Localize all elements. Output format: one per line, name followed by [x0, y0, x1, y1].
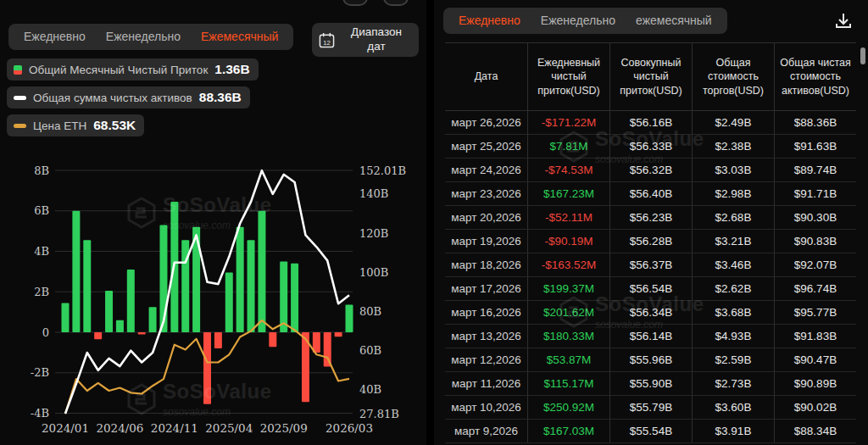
monthly-inflow-bar: [105, 291, 113, 332]
right-axis-tick: 27.81B: [359, 408, 399, 420]
monthly-inflow-bar: [72, 211, 80, 332]
value-cell: $92.07B: [774, 253, 856, 276]
monthly-inflow-bar: [335, 332, 342, 337]
value-cell: $96.74B: [774, 277, 856, 300]
date-cell: март 23,2026: [445, 182, 527, 205]
right-axis-tick: 140B: [359, 187, 388, 200]
value-cell: $7.81M: [527, 135, 609, 158]
table-period-tabs: Ежедневно Еженедельно ежемесячный: [443, 8, 727, 34]
tab-monthly[interactable]: ежемесячный: [626, 8, 722, 34]
table-scrollbar-thumb[interactable]: [860, 47, 865, 64]
value-cell: $91.71B: [774, 182, 856, 205]
tab-daily[interactable]: Ежедневно: [448, 8, 531, 34]
col-header-daily-net-inflow: Ежедневный чистый приток(USD): [527, 43, 609, 110]
value-cell: -$74.53M: [527, 159, 609, 181]
chart-panel: Ежедневно Еженедельно Ежемесячный 12 Диа…: [0, 0, 426, 445]
date-cell: март 17,2026: [445, 277, 527, 300]
table-row: март 12,2026$53.87M$55.96B$2.59B$90.47B: [445, 348, 856, 372]
x-axis-tick: 2025/09: [260, 421, 308, 435]
x-axis-tick: 2024/01: [42, 421, 89, 435]
value-cell: $2.59B: [692, 348, 774, 371]
date-cell: март 12,2026: [445, 348, 527, 371]
value-cell: $56.28B: [609, 230, 692, 253]
value-cell: $90.83B: [774, 230, 856, 253]
col-header-total-net-assets: Общая чистая стоимость активов(USD): [774, 43, 856, 110]
monthly-inflow-bar: [269, 332, 276, 347]
monthly-inflow-bar: [291, 264, 298, 332]
x-axis-tick: 2024/11: [151, 421, 198, 435]
left-axis-tick: 4B: [34, 245, 49, 258]
date-cell: март 11,2026: [445, 372, 527, 395]
table-row: март 17,2026$199.37M$56.54B$2.62B$96.74B: [445, 277, 856, 301]
monthly-inflow-bar: [83, 240, 91, 332]
value-cell: $56.23B: [609, 206, 692, 229]
value-cell: $89.74B: [774, 159, 856, 181]
monthly-inflow-bar: [258, 211, 265, 332]
col-header-date: Дата: [445, 43, 527, 110]
monthly-inflow-bar: [149, 307, 157, 332]
col-header-cumulative-net-inflow: Совокупный чистый приток(USD): [609, 43, 692, 110]
left-axis-tick: 8B: [34, 164, 49, 177]
value-cell: $199.37M: [527, 277, 609, 300]
value-cell: $115.17M: [527, 372, 609, 395]
value-cell: $2.98B: [692, 182, 774, 205]
value-cell: $56.37B: [609, 253, 692, 276]
value-cell: $3.60B: [692, 396, 774, 419]
monthly-inflow-bar: [62, 303, 70, 332]
table-row: март 19,2026-$90.19M$56.28B$3.21B$90.83B: [445, 230, 856, 253]
value-cell: $88.34B: [774, 420, 856, 442]
value-cell: $180.33M: [527, 325, 609, 348]
table-row: март 10,2026$250.92M$55.79B$3.60B$90.02B: [445, 396, 856, 420]
date-cell: март 24,2026: [445, 159, 527, 181]
left-axis-tick: 2B: [34, 286, 49, 298]
value-cell: $90.89B: [774, 372, 856, 395]
monthly-inflow-bar: [248, 240, 255, 332]
value-cell: $3.03B: [692, 159, 774, 181]
date-cell: март 20,2026: [445, 206, 527, 229]
value-cell: $2.73B: [692, 372, 774, 395]
monthly-inflow-bar: [280, 261, 287, 332]
left-axis-tick: 0: [42, 326, 49, 339]
value-cell: $4.93B: [692, 325, 774, 348]
value-cell: $90.02B: [774, 396, 856, 419]
value-cell: $53.87M: [527, 348, 609, 371]
value-cell: $3.91B: [692, 420, 774, 442]
value-cell: $95.77B: [774, 301, 856, 324]
monthly-inflow-bar: [203, 332, 211, 404]
table-row: март 24,2026-$74.53M$56.32B$3.03B$89.74B: [445, 159, 856, 182]
value-cell: $91.63B: [774, 135, 856, 158]
date-cell: март 16,2026: [445, 301, 527, 324]
monthly-inflow-bar: [127, 270, 135, 332]
date-cell: март 26,2026: [445, 111, 527, 134]
col-header-total-value-traded: Общая стоимость торгов(USD): [692, 43, 774, 110]
value-cell: $55.79B: [609, 396, 692, 419]
table-body: март 26,2026-$171.22M$56.16B$2.49B$88.36…: [445, 111, 856, 443]
table-row: март 11,2026$115.17M$55.90B$2.73B$90.89B: [445, 372, 856, 396]
right-axis-tick: 152.01B: [359, 164, 406, 177]
right-axis-tick: 60B: [359, 344, 381, 357]
x-axis-tick: 2026/03: [326, 421, 373, 435]
date-cell: март 25,2026: [445, 135, 527, 158]
value-cell: $56.16B: [609, 111, 692, 134]
table-row: март 25,2026$7.81M$56.33B$2.38B$91.63B: [445, 135, 856, 159]
date-cell: март 18,2026: [445, 253, 527, 276]
table-panel: Ежедневно Еженедельно ежемесячный Дата Е…: [434, 0, 868, 445]
value-cell: $2.38B: [692, 135, 774, 158]
monthly-inflow-bar: [346, 305, 353, 332]
table-row: март 18,2026-$163.52M$56.37B$3.46B$92.07…: [445, 253, 856, 277]
download-icon[interactable]: [834, 12, 853, 31]
date-cell: март 19,2026: [445, 230, 527, 253]
value-cell: $2.49B: [692, 111, 774, 134]
monthly-inflow-bar: [236, 227, 244, 332]
value-cell: $56.54B: [609, 277, 692, 300]
value-cell: $2.62B: [692, 277, 774, 300]
right-axis-tick: 100B: [359, 266, 388, 279]
table-row: март 23,2026$167.23M$56.40B$2.98B$91.71B: [445, 182, 856, 206]
value-cell: $90.30B: [774, 206, 856, 229]
monthly-inflow-bar: [138, 332, 146, 334]
value-cell: $55.54B: [609, 420, 692, 442]
tab-weekly[interactable]: Еженедельно: [531, 8, 626, 34]
value-cell: $3.46B: [692, 253, 774, 276]
value-cell: $250.92M: [527, 396, 609, 419]
date-cell: март 9,2026: [445, 420, 527, 442]
